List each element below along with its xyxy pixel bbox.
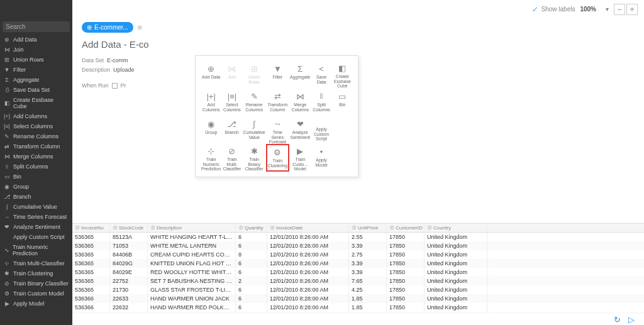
- sidebar-item[interactable]: ✱Train Clustering: [0, 268, 72, 278]
- table-header-cell[interactable]: ⦿CustomerID: [387, 224, 425, 232]
- sidebar-item-label: Train Custom Model: [13, 290, 64, 297]
- sidebar-item[interactable]: ⚙Train Custom Model: [0, 289, 72, 299]
- table-cell: 536365: [72, 277, 110, 285]
- table-header-cell[interactable]: ⦿Quantity: [236, 224, 267, 232]
- sidebar-item-label: Select Columns: [13, 123, 53, 129]
- pop-item[interactable]: ◉Group: [201, 116, 221, 144]
- sidebar-item[interactable]: |+|Add Columns: [0, 111, 72, 121]
- sidebar-item[interactable]: ⊕Add Data: [0, 35, 72, 45]
- sort-icon: ⦿: [389, 225, 394, 231]
- pop-item[interactable]: Apply Custom Script: [311, 116, 331, 144]
- table-header-cell[interactable]: ⦿Description: [148, 224, 236, 232]
- sidebar-item[interactable]: ⎙Save Data Set: [0, 85, 72, 95]
- pop-item[interactable]: ⎇Branch: [221, 116, 242, 144]
- table-header-cell[interactable]: ⦿Country: [425, 224, 487, 232]
- pop-item[interactable]: ∫Cumulative Value: [243, 116, 266, 144]
- table-row[interactable]: 53636584029ERED WOOLLY HOTTIE WHITE HEAR…: [72, 268, 644, 277]
- zoom-in-button[interactable]: +: [626, 4, 638, 15]
- pop-item[interactable]: ～Time Series Forecast: [266, 116, 290, 144]
- search-input[interactable]: Search: [3, 21, 70, 32]
- table-row[interactable]: 53636522752SET 7 BABUSHKA NESTING BOXES2…: [72, 277, 644, 285]
- sidebar-item[interactable]: |≡|Select Columns: [0, 121, 72, 131]
- sidebar-item[interactable]: ▶Apply Model: [0, 299, 72, 309]
- sidebar-item-label: Merge Columns: [13, 153, 53, 160]
- chevron-down-icon[interactable]: ▾: [601, 4, 613, 15]
- sidebar-item[interactable]: ⋈Merge Columns: [0, 151, 72, 162]
- sidebar-item-label: Group: [13, 184, 29, 190]
- sidebar-item[interactable]: ▭Bin: [0, 172, 72, 182]
- sidebar-item[interactable]: ◉Group: [0, 182, 72, 192]
- table-header-cell[interactable]: ⦿StockCode: [110, 224, 148, 232]
- pop-item[interactable]: ✎Rename Columns: [243, 89, 266, 116]
- table-row[interactable]: 53636584029GKNITTED UNION FLAG HOT WATER…: [72, 259, 644, 268]
- pop-item[interactable]: ❤Analyze Sentiment: [289, 116, 311, 144]
- dataset-pill[interactable]: ⊕ E-commer...: [82, 22, 133, 33]
- pop-item[interactable]: ⚙Train Clustering: [266, 144, 290, 172]
- table-row[interactable]: 53636622632HAND WARMER RED POLKA DOT612/…: [72, 303, 644, 312]
- sidebar-item[interactable]: ⇄Transform Column: [0, 141, 72, 151]
- pop-item[interactable]: ◧Create Essbase Cube: [332, 61, 353, 89]
- pop-item[interactable]: |≡|Select Columns: [221, 89, 242, 116]
- zoom-level: 100%: [580, 6, 596, 13]
- sidebar-item[interactable]: ∫Cumulative Value: [0, 202, 72, 212]
- pop-item[interactable]: ⇄Transform Column: [266, 89, 290, 116]
- pop-item[interactable]: ▼Filter: [266, 61, 290, 89]
- sidebar-item[interactable]: ⫴Split Columns: [0, 162, 72, 172]
- table-cell: 12/01/2010 8:28:00 AM: [267, 303, 349, 312]
- refresh-icon[interactable]: ↻: [614, 315, 621, 324]
- pop-item[interactable]: •Apply Model: [311, 144, 331, 172]
- sidebar-item[interactable]: ⋈Join: [0, 45, 72, 55]
- sidebar-item[interactable]: ∿Train Numeric Prediction: [0, 242, 72, 258]
- pop-item[interactable]: ΣAggregate: [289, 61, 311, 89]
- table-cell: 6: [236, 233, 267, 241]
- sidebar-item[interactable]: Apply Custom Script: [0, 232, 72, 242]
- table-cell: 3.39: [349, 268, 387, 277]
- table-cell: 22752: [110, 277, 148, 285]
- sidebar-item[interactable]: ⊹Train Multi-Classifier: [0, 258, 72, 268]
- sidebar-item-label: Filter: [13, 67, 26, 73]
- show-labels-toggle[interactable]: ✓ Show labels: [532, 5, 575, 14]
- table-row[interactable]: 53636521730GLASS STAR FROSTED T-LIGHT HO…: [72, 285, 644, 294]
- pop-item[interactable]: ▶Train Custo... Model: [289, 144, 311, 172]
- sidebar-item[interactable]: ～Time Series Forecast: [0, 212, 72, 222]
- table-cell: 84029E: [110, 268, 148, 277]
- pill-close-icon[interactable]: ⊗: [137, 24, 142, 31]
- table-cell: 2.55: [349, 233, 387, 241]
- table-header-cell[interactable]: ⦿InvoiceDate: [267, 224, 349, 232]
- table-row[interactable]: 53636585123AWHITE HANGING HEART T-LIGHT …: [72, 233, 644, 241]
- pop-item[interactable]: ⫴Split Columns: [311, 89, 331, 116]
- table-row[interactable]: 53636584406BCREAM CUPID HEARTS COAT HANG…: [72, 250, 644, 259]
- sidebar-item[interactable]: ▼Filter: [0, 65, 72, 75]
- sidebar-item-icon: ❤: [4, 224, 10, 230]
- table-header-cell[interactable]: ⦿UnitPrice: [349, 224, 387, 232]
- sidebar-item[interactable]: ✎Rename Columns: [0, 131, 72, 141]
- table-row[interactable]: 53636571053WHITE METAL LANTERN612/01/201…: [72, 241, 644, 250]
- sidebar-item[interactable]: ΣAggregate: [0, 75, 72, 85]
- pop-item[interactable]: ⊹Train Numeric Prediction: [201, 144, 221, 172]
- pop-item[interactable]: |+|Add Columns: [201, 89, 221, 116]
- pop-item[interactable]: ⊘Train Multi-Classifier: [221, 144, 242, 172]
- pop-item[interactable]: ✱Train Binary Classifier: [243, 144, 266, 172]
- sidebar-item-label: Save Data Set: [13, 87, 50, 93]
- table-cell: 17850: [387, 268, 425, 277]
- zoom-out-button[interactable]: −: [614, 4, 625, 15]
- pop-item[interactable]: ⋈Join: [221, 61, 242, 89]
- pop-item[interactable]: ▭Bin: [332, 89, 353, 116]
- sidebar-item[interactable]: ◧Create Essbase Cube: [0, 95, 72, 111]
- sidebar-item[interactable]: ❤Analyze Sentiment: [0, 222, 72, 232]
- table-cell: CREAM CUPID HEARTS COAT HANGER: [148, 250, 236, 259]
- pop-item[interactable]: ⊕Add Data: [201, 61, 221, 89]
- prompt-checkbox[interactable]: [112, 83, 118, 89]
- pop-item[interactable]: ⋈Merge Columns: [289, 89, 311, 116]
- sidebar-item[interactable]: ⊞Union Rows: [0, 55, 72, 65]
- pop-item[interactable]: ⊞Union Rows: [243, 61, 266, 89]
- pop-icon: ▼: [274, 63, 282, 74]
- table-row[interactable]: 53636622633HAND WARMER UNION JACK612/01/…: [72, 294, 644, 303]
- pop-item[interactable]: <Save Data: [311, 61, 331, 89]
- table-cell: 22632: [110, 303, 148, 312]
- sidebar-item[interactable]: ⎇Branch: [0, 192, 72, 202]
- run-icon[interactable]: ▷: [628, 315, 635, 324]
- sidebar-item[interactable]: ⊘Train Binary Classifier: [0, 278, 72, 289]
- table-header-cell[interactable]: ⦿InvoiceNo: [72, 224, 110, 232]
- sidebar-item-icon: ⊕: [4, 36, 10, 43]
